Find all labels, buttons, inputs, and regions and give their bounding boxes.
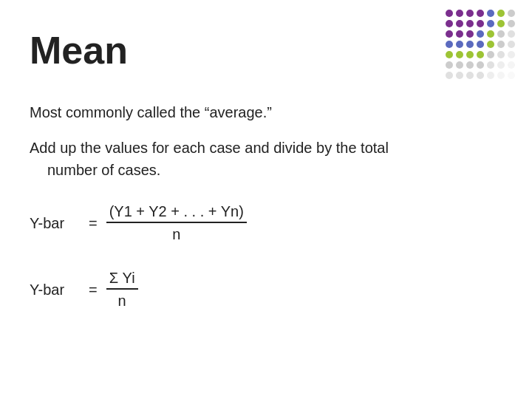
formula-1-label: Y-bar (30, 215, 89, 232)
formula-2-equals: = (89, 282, 98, 299)
main-content: Mean Most commonly called the “average.”… (0, 0, 532, 399)
formula-1-equals: = (89, 215, 98, 232)
formula-2-denominator: n (118, 290, 126, 310)
formula-2-numerator: Σ Yi (106, 270, 138, 290)
formula-1-denominator: n (172, 223, 180, 243)
formula-2-fraction: Σ Yi n (106, 270, 138, 310)
paragraph-1: Most commonly called the “average.” (30, 101, 495, 123)
formula-1-numerator: (Y1 + Y2 + . . . + Yn) (106, 203, 247, 223)
formula-2-label: Y-bar (30, 282, 89, 299)
formula-block: Y-bar = (Y1 + Y2 + . . . + Yn) n Y-bar =… (30, 203, 495, 310)
page-title: Mean (30, 30, 495, 72)
formula-1-fraction: (Y1 + Y2 + . . . + Yn) n (106, 203, 247, 243)
formula-2-row: Y-bar = Σ Yi n (30, 270, 495, 310)
dot-grid-decoration (443, 7, 525, 89)
paragraph-2: Add up the values for each case and divi… (30, 137, 495, 181)
formula-1-row: Y-bar = (Y1 + Y2 + . . . + Yn) n (30, 203, 495, 243)
